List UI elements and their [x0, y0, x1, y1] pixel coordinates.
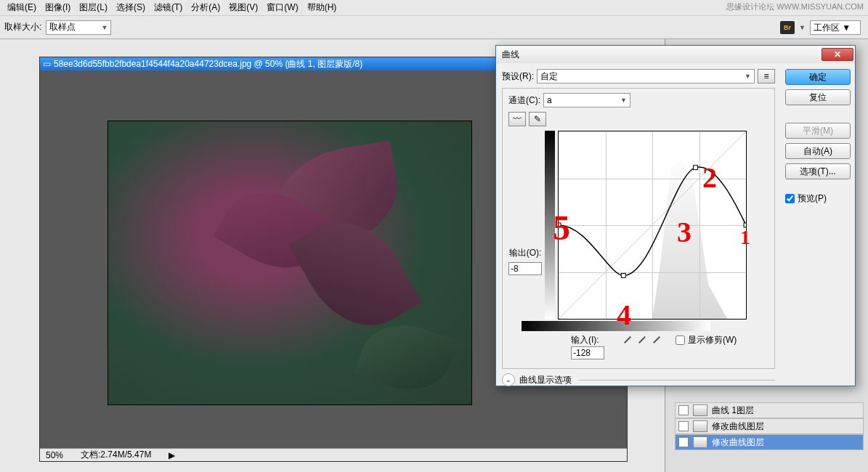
visibility-toggle[interactable]	[678, 437, 689, 447]
annotation-1: 1	[740, 226, 750, 249]
layer-row[interactable]: 曲线 1图层	[675, 402, 864, 418]
sample-size-label: 取样大小:	[4, 21, 41, 33]
chevron-down-icon: ▼	[745, 73, 751, 80]
menu-layer[interactable]: 图层(L)	[75, 0, 112, 15]
svg-rect-2	[621, 273, 625, 277]
dialog-buttons: 确定 复位 平滑(M) 自动(A) 选项(T)... 预览(P)	[781, 63, 855, 386]
preset-label: 预设(R):	[502, 70, 534, 83]
curves-grid[interactable]: 1 2 3 4 5	[558, 131, 747, 320]
output-label: 输出(O):	[509, 247, 542, 259]
ok-button[interactable]: 确定	[785, 69, 851, 85]
layers-panel: 曲线 1图层 修改曲线图层 修改曲线图层	[675, 402, 864, 450]
channel-select[interactable]: a ▼	[543, 93, 630, 107]
close-button[interactable]: ✕	[822, 48, 853, 61]
menu-view[interactable]: 视图(V)	[224, 0, 262, 15]
svg-rect-3	[694, 166, 698, 170]
photo-content	[108, 121, 471, 404]
layer-thumb	[693, 420, 707, 432]
menu-window[interactable]: 窗口(W)	[262, 0, 302, 15]
smooth-button[interactable]: 平滑(M)	[785, 123, 851, 139]
show-clipping-label: 显示修剪(W)	[688, 334, 737, 346]
sample-size-select[interactable]: 取样点 ▼	[46, 20, 111, 35]
layer-name: 修改曲线图层	[712, 436, 764, 449]
expand-icon[interactable]: ⌄	[502, 373, 515, 386]
input-value: -128	[573, 348, 591, 358]
document-statusbar: 50% 文档:2.74M/5.47M ▶	[40, 448, 627, 461]
curves-dialog: 曲线 ✕ 预设(R): 自定 ▼ ≡ 通道(C): a ▼	[495, 45, 856, 386]
reset-button[interactable]: 复位	[785, 89, 851, 105]
show-clipping-checkbox[interactable]: 显示修剪(W)	[676, 334, 737, 346]
eyedropper-group	[622, 334, 662, 346]
show-clipping-input[interactable]	[676, 335, 685, 345]
expand-label[interactable]: 曲线显示选项	[519, 374, 572, 386]
gray-point-eyedropper-icon[interactable]	[636, 334, 648, 346]
white-point-eyedropper-icon[interactable]	[651, 334, 662, 346]
doc-size: 文档:2.74M/5.47M	[81, 449, 151, 461]
preview-input[interactable]	[785, 194, 795, 203]
menu-edit[interactable]: 编辑(E)	[3, 0, 41, 15]
annotation-4: 4	[617, 298, 631, 332]
menu-help[interactable]: 帮助(H)	[303, 0, 341, 15]
output-field[interactable]: -8	[508, 262, 542, 275]
preview-checkbox[interactable]: 预览(P)	[785, 192, 851, 205]
svg-line-0	[559, 131, 746, 319]
chevron-down-icon: ▼	[620, 97, 627, 104]
channel-value: a	[547, 95, 552, 105]
status-arrow-icon[interactable]: ▶	[169, 450, 175, 460]
workspace-area: Br ▼ 工作区 ▼	[780, 16, 868, 39]
layer-name: 曲线 1图层	[712, 404, 754, 417]
annotation-3: 3	[677, 215, 691, 249]
chevron-down-icon[interactable]: ▼	[799, 24, 806, 31]
input-field[interactable]: -128	[571, 346, 604, 359]
curve-line	[559, 131, 746, 319]
watermark-text: 思缘设计论坛 WWW.MISSYUAN.COM	[726, 1, 864, 12]
options-button[interactable]: 选项(T)...	[785, 163, 851, 179]
channel-label: 通道(C):	[508, 94, 540, 107]
preset-menu-icon[interactable]: ≡	[758, 69, 775, 84]
workspace-label: 工作区 ▼	[814, 22, 851, 34]
chevron-down-icon: ▼	[101, 24, 108, 31]
options-bar: 取样大小: 取样点 ▼	[0, 16, 868, 39]
layer-thumb	[693, 404, 707, 416]
dialog-titlebar[interactable]: 曲线 ✕	[496, 46, 855, 63]
dialog-title: 曲线	[502, 49, 519, 61]
menu-image[interactable]: 图像(I)	[41, 0, 75, 15]
zoom-value[interactable]: 50%	[46, 450, 63, 460]
bridge-icon[interactable]: Br	[780, 21, 795, 34]
visibility-toggle[interactable]	[678, 405, 689, 415]
preview-label: 预览(P)	[798, 192, 827, 205]
dialog-main: 预设(R): 自定 ▼ ≡ 通道(C): a ▼ 〰 ✎	[496, 63, 781, 386]
layer-thumb	[693, 436, 707, 448]
document-icon: ▭	[43, 59, 51, 69]
menu-filter[interactable]: 滤镜(T)	[150, 0, 187, 15]
layer-row[interactable]: 修改曲线图层	[675, 418, 864, 434]
black-point-eyedropper-icon[interactable]	[622, 334, 633, 346]
visibility-toggle[interactable]	[678, 421, 689, 431]
menu-analysis[interactable]: 分析(A)	[187, 0, 224, 15]
document-title: 58ee3d6d55fbb2fbdea1f4544f4a20a44723dcea…	[54, 58, 362, 70]
input-label: 输入(I):	[571, 334, 604, 346]
workspace-select[interactable]: 工作区 ▼	[810, 20, 861, 35]
layer-name: 修改曲线图层	[712, 420, 764, 433]
preset-value: 自定	[540, 70, 558, 83]
pencil-tool-icon[interactable]: ✎	[529, 112, 546, 126]
annotation-5: 5	[553, 208, 570, 248]
curves-group: 通道(C): a ▼ 〰 ✎ 输出(O): -8	[502, 88, 775, 369]
horizontal-gradient	[522, 321, 710, 331]
preset-select[interactable]: 自定 ▼	[537, 69, 755, 84]
sample-size-value: 取样点	[49, 21, 76, 33]
menu-select[interactable]: 选择(S)	[112, 0, 150, 15]
curve-tool-icon[interactable]: 〰	[508, 112, 526, 126]
output-value: -8	[511, 264, 519, 274]
layer-row-selected[interactable]: 修改曲线图层	[675, 434, 864, 450]
auto-button[interactable]: 自动(A)	[785, 143, 851, 159]
annotation-2: 2	[702, 160, 717, 195]
